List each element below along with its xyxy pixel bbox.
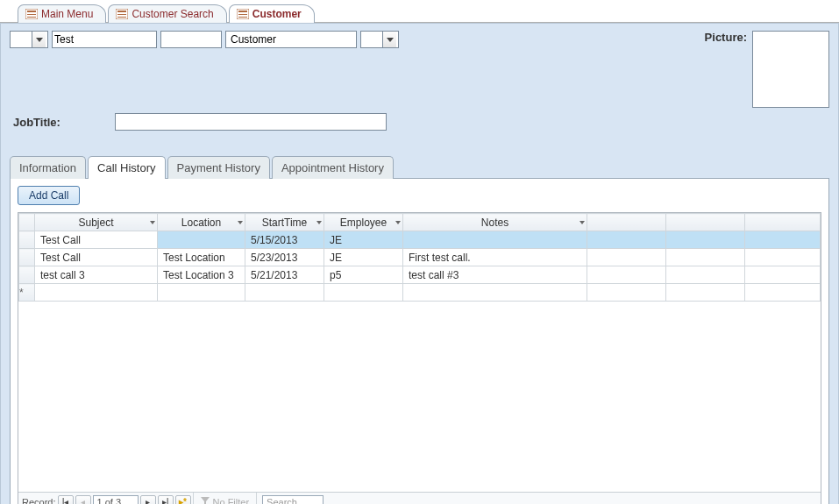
detail-tab-bar: Information Call History Payment History…	[10, 155, 829, 178]
nav-next-button[interactable]: ▸	[140, 495, 156, 505]
svg-rect-9	[238, 11, 247, 12]
grid-header-row: Subject Location StartTime Employee Note…	[19, 214, 821, 231]
cell-notes[interactable]: First test call.	[403, 249, 587, 266]
nav-prev-button[interactable]: ◂	[75, 495, 91, 505]
col-notes[interactable]: Notes	[403, 214, 587, 231]
row-selector[interactable]	[19, 266, 35, 284]
middle-name-input[interactable]	[160, 31, 222, 48]
jobtitle-label: JobTitle:	[13, 116, 60, 129]
record-navigator: Record: I◂ ◂ 1 of 3 ▸ ▸I ▸* No Filter Se…	[18, 492, 821, 504]
jobtitle-input[interactable]	[115, 113, 387, 131]
svg-rect-10	[238, 14, 247, 15]
chevron-down-icon[interactable]	[150, 221, 155, 224]
table-row[interactable]: test call 3 Test Location 3 5/21/2013 p5…	[19, 266, 821, 284]
cell-location[interactable]: Test Location 3	[158, 266, 245, 284]
cell-notes[interactable]	[403, 231, 587, 249]
form-icon	[237, 9, 249, 19]
row-selector[interactable]	[19, 284, 35, 302]
svg-rect-3	[27, 17, 36, 18]
chevron-down-icon[interactable]	[395, 221, 401, 224]
record-label: Record:	[22, 497, 56, 505]
first-name-input[interactable]	[52, 31, 157, 48]
col-subject[interactable]: Subject	[35, 214, 158, 231]
call-history-grid: Subject Location StartTime Employee Note…	[18, 212, 821, 504]
subtab-appointment-history[interactable]: Appointment History	[272, 156, 394, 179]
chevron-down-icon[interactable]	[316, 221, 322, 224]
tab-main-menu[interactable]: Main Menu	[18, 4, 106, 23]
nav-new-button[interactable]: ▸*	[175, 495, 191, 505]
cell-starttime[interactable]: 5/15/2013	[245, 231, 324, 249]
cell-subject[interactable]: Test Call	[35, 249, 158, 266]
col-location[interactable]: Location	[158, 214, 245, 231]
table-row[interactable]: Test Call 5/15/2013 JE	[19, 231, 821, 249]
table-row[interactable]: Test Call Test Location 5/23/2013 JE Fir…	[19, 249, 821, 266]
cell-notes[interactable]: test call #3	[403, 266, 587, 284]
cell-subject[interactable]: test call 3	[35, 266, 158, 284]
last-name-combo[interactable]	[225, 31, 357, 48]
form-icon	[116, 9, 128, 19]
select-all-header[interactable]	[19, 214, 35, 231]
chevron-down-icon[interactable]	[238, 221, 243, 224]
form-icon	[25, 9, 38, 19]
prefix-input[interactable]	[12, 32, 32, 47]
suffix-input[interactable]	[363, 32, 382, 47]
col-blank-3[interactable]	[745, 214, 821, 231]
tab-label: Customer Search	[132, 8, 213, 20]
cell-starttime[interactable]: 5/21/2013	[245, 266, 324, 284]
tab-customer[interactable]: Customer	[229, 4, 315, 23]
col-blank-1[interactable]	[587, 214, 666, 231]
subtab-payment-history[interactable]: Payment History	[167, 156, 270, 179]
cell-location[interactable]: Test Location	[158, 249, 245, 266]
row-selector[interactable]	[19, 231, 35, 249]
document-tab-bar: Main Menu Customer Search Customer	[0, 0, 839, 23]
tab-label: Main Menu	[41, 8, 93, 20]
suffix-combo[interactable]	[360, 31, 399, 48]
name-fields	[10, 31, 399, 48]
picture-label: Picture:	[705, 31, 747, 44]
cell-employee[interactable]: JE	[324, 231, 403, 249]
grid-search-input[interactable]: Search	[262, 495, 324, 505]
subtab-information[interactable]: Information	[10, 156, 86, 179]
nav-last-button[interactable]: ▸I	[158, 495, 174, 505]
svg-rect-1	[27, 11, 36, 12]
add-call-button[interactable]: Add Call	[18, 186, 80, 205]
tab-label: Customer	[252, 8, 302, 20]
prefix-combo[interactable]	[10, 31, 48, 48]
nav-first-button[interactable]: I◂	[58, 495, 74, 505]
svg-rect-2	[27, 14, 36, 15]
col-employee[interactable]: Employee	[324, 214, 403, 231]
new-row[interactable]	[19, 284, 821, 302]
cell-employee[interactable]: p5	[324, 266, 403, 284]
chevron-down-icon[interactable]	[579, 221, 585, 224]
filter-indicator[interactable]: No Filter	[193, 493, 258, 504]
row-selector[interactable]	[19, 249, 35, 266]
chevron-down-icon[interactable]	[382, 32, 396, 47]
call-history-page: Add Call Subject	[10, 178, 829, 504]
cell-location[interactable]	[158, 231, 245, 249]
svg-rect-5	[117, 11, 126, 12]
grid-empty-area	[18, 302, 821, 492]
svg-rect-11	[238, 17, 247, 18]
subtab-call-history[interactable]: Call History	[88, 156, 165, 179]
svg-rect-6	[117, 14, 126, 15]
col-blank-2[interactable]	[666, 214, 745, 231]
filter-icon	[201, 497, 210, 505]
cell-employee[interactable]: JE	[324, 249, 403, 266]
chevron-down-icon[interactable]	[32, 32, 46, 47]
last-name-input[interactable]	[228, 32, 354, 47]
svg-rect-7	[117, 17, 126, 18]
picture-box[interactable]	[752, 31, 829, 108]
customer-form: Picture: JobTitle: Information Call Hist…	[0, 23, 839, 504]
cell-subject[interactable]: Test Call	[35, 231, 158, 249]
record-position[interactable]: 1 of 3	[93, 495, 139, 505]
tab-customer-search[interactable]: Customer Search	[108, 4, 226, 23]
cell-starttime[interactable]: 5/23/2013	[245, 249, 324, 266]
col-starttime[interactable]: StartTime	[245, 214, 324, 231]
